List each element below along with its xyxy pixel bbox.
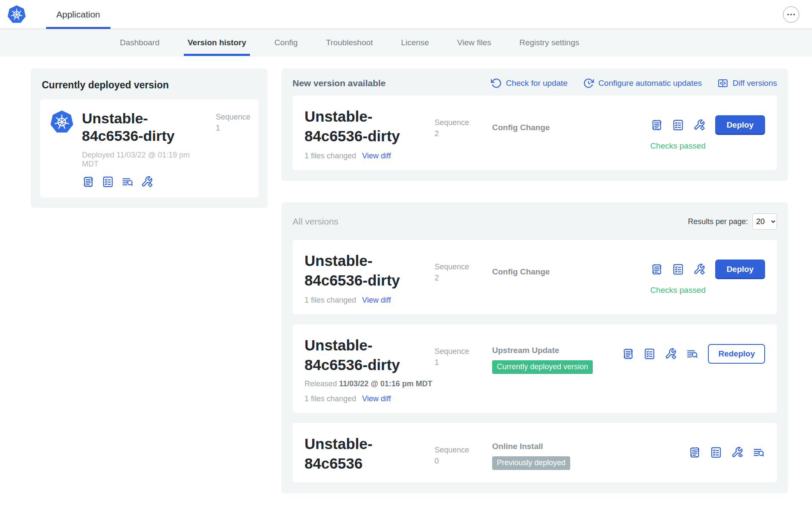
current-version-title: Unstable-84c6536-dirty	[82, 110, 208, 145]
sequence-indicator: Sequence 1	[216, 110, 249, 188]
edit-config-icon[interactable]	[693, 263, 706, 276]
version-source: Config Change	[492, 267, 650, 277]
redeploy-button[interactable]: Redeploy	[708, 344, 765, 364]
version-source: Upstream Update	[492, 346, 622, 355]
preflight-checks-icon[interactable]	[672, 263, 684, 276]
release-notes-icon[interactable]	[650, 263, 663, 276]
results-per-page-select[interactable]: 20	[752, 213, 777, 230]
overflow-menu-button[interactable]	[783, 6, 799, 23]
all-versions-panel: All versions Results per page: 20 Unstab…	[281, 202, 788, 493]
kubernetes-logo-icon	[7, 5, 26, 24]
version-title: Unstable-84c6536-dirty	[304, 335, 418, 374]
previously-deployed-badge: Previously deployed	[492, 456, 570, 470]
currently-deployed-badge: Currently deployed version	[492, 360, 593, 374]
top-bar: Application	[0, 0, 812, 29]
scheduled-update-icon	[583, 78, 594, 89]
new-version-card: Unstable-84c6536-dirty 1 files changedVi…	[293, 96, 777, 170]
all-versions-heading: All versions	[293, 216, 338, 227]
new-version-panel: New version available Check for update C…	[281, 68, 788, 181]
version-row: Unstable-84c6536-dirty Released 11/03/22…	[293, 324, 777, 413]
diff-icon	[717, 78, 728, 89]
current-version-card: Unstable-84c6536-dirty Deployed 11/03/22…	[40, 99, 258, 198]
view-logs-icon[interactable]	[686, 347, 699, 360]
view-config-icon[interactable]	[731, 446, 744, 459]
app-tab-label: Application	[56, 9, 100, 20]
view-diff-link[interactable]: View diff	[362, 152, 391, 160]
version-row: Unstable-84c6536-dirty 1 files changedVi…	[293, 240, 777, 314]
edit-config-icon[interactable]	[141, 175, 154, 188]
tab-license[interactable]: License	[387, 29, 443, 56]
results-per-page-label: Results per page:	[688, 217, 748, 226]
tab-troubleshoot[interactable]: Troubleshoot	[312, 29, 387, 56]
sequence-indicator: Sequence 0	[435, 434, 492, 473]
view-logs-icon[interactable]	[121, 175, 134, 188]
configure-automatic-updates-link[interactable]: Configure automatic updates	[583, 78, 702, 89]
tab-config[interactable]: Config	[260, 29, 312, 56]
preflight-checks-icon[interactable]	[710, 446, 722, 459]
checks-passed-status: Checks passed	[650, 141, 706, 151]
sequence-indicator: Sequence 2	[435, 107, 492, 160]
deploy-button[interactable]: Deploy	[715, 115, 765, 135]
edit-config-icon[interactable]	[693, 119, 706, 131]
app-tab-application[interactable]: Application	[46, 0, 110, 29]
active-tab-underline	[184, 54, 250, 56]
main-content: Currently deployed version Unstable-84c6…	[0, 56, 812, 493]
currently-deployed-heading: Currently deployed version	[42, 79, 258, 91]
tab-view-files[interactable]: View files	[443, 29, 505, 56]
kubernetes-app-icon	[49, 110, 74, 134]
check-for-update-link[interactable]: Check for update	[490, 78, 568, 89]
checks-passed-status: Checks passed	[650, 286, 706, 295]
diff-versions-link[interactable]: Diff versions	[717, 78, 777, 89]
edit-config-icon[interactable]	[664, 347, 677, 360]
version-title: Unstable-84c6536-dirty	[304, 107, 418, 146]
version-row: Unstable-84c6536 Sequence 0 Online Insta…	[293, 423, 777, 482]
sequence-indicator: Sequence 2	[435, 251, 492, 305]
release-notes-icon[interactable]	[82, 175, 95, 188]
version-title: Unstable-84c6536	[304, 434, 418, 473]
tab-dashboard[interactable]: Dashboard	[106, 29, 174, 56]
version-source: Config Change	[492, 123, 650, 132]
files-changed-label: 1 files changed	[304, 296, 356, 304]
deployed-timestamp: Deployed 11/03/22 @ 01:19 pm MDT	[82, 151, 208, 169]
active-tab-underline	[46, 27, 110, 29]
view-diff-link[interactable]: View diff	[362, 296, 391, 304]
version-title: Unstable-84c6536-dirty	[304, 251, 418, 290]
tab-registry-settings[interactable]: Registry settings	[505, 29, 593, 56]
preflight-checks-icon[interactable]	[102, 175, 114, 188]
new-version-heading: New version available	[293, 78, 386, 88]
sequence-indicator: Sequence 1	[435, 335, 492, 403]
view-diff-link[interactable]: View diff	[362, 394, 391, 403]
files-changed-label: 1 files changed	[304, 152, 356, 160]
preflight-checks-icon[interactable]	[672, 119, 684, 131]
released-timestamp: Released 11/03/22 @ 01:16 pm MDT	[304, 379, 435, 388]
deploy-button[interactable]: Deploy	[715, 260, 765, 279]
refresh-icon	[490, 78, 502, 89]
release-notes-icon[interactable]	[650, 119, 663, 131]
view-logs-icon[interactable]	[752, 446, 765, 459]
currently-deployed-panel: Currently deployed version Unstable-84c6…	[31, 68, 268, 208]
preflight-checks-icon[interactable]	[643, 347, 656, 360]
ellipsis-icon	[787, 14, 789, 15]
release-notes-icon[interactable]	[688, 446, 701, 459]
version-source: Online Install	[492, 442, 688, 451]
tab-version-history[interactable]: Version history	[174, 29, 260, 56]
files-changed-label: 1 files changed	[304, 394, 356, 403]
app-navbar: Dashboard Version history Config Trouble…	[0, 29, 812, 56]
release-notes-icon[interactable]	[622, 347, 635, 360]
